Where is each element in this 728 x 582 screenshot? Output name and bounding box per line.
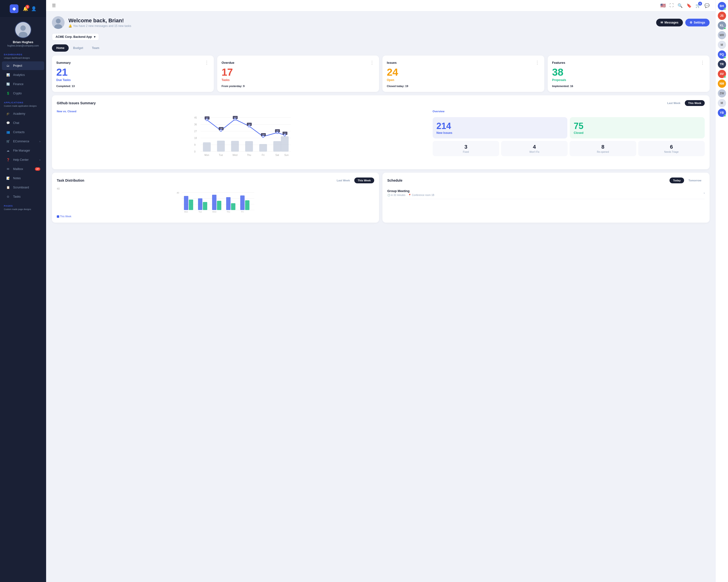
- online-indicator-0: [724, 8, 726, 10]
- project-selector[interactable]: ACME Corp. Backend App ▾: [52, 33, 99, 40]
- menu-icon[interactable]: ☰: [52, 3, 56, 8]
- right-avatar-9[interactable]: ZW: [718, 89, 726, 98]
- summary-card-title: Summary: [56, 61, 71, 64]
- right-avatar-3[interactable]: MR: [718, 31, 726, 39]
- right-avatar-10[interactable]: M: [718, 99, 726, 107]
- sidebar-label-mailbox: Mailbox: [13, 167, 23, 171]
- sidebar-item-scrumboard[interactable]: 📋 Scrumboard: [2, 183, 44, 192]
- notification-bell[interactable]: 🔔 3: [23, 6, 28, 11]
- chat-topnav-icon[interactable]: 💬: [704, 3, 709, 8]
- task-dist-svg: 40 Mon Tu: [57, 191, 374, 213]
- right-avatar-11[interactable]: YB: [718, 109, 726, 117]
- task-last-week-btn[interactable]: Last Week: [333, 177, 353, 183]
- svg-rect-22: [259, 144, 267, 151]
- sidebar-item-project[interactable]: 🗂 Project: [2, 61, 44, 70]
- right-avatar-8[interactable]: NM: [718, 80, 726, 88]
- summary-card-menu-icon[interactable]: ⋮: [205, 60, 209, 65]
- sidebar-label-project: Project: [13, 64, 22, 67]
- messages-button[interactable]: ✉ Messages: [656, 19, 683, 26]
- topnav: ☰ 🇺🇸 ⛶ 🔍 🔖 🛒 5 💬: [46, 0, 716, 11]
- svg-text:Fri: Fri: [241, 211, 244, 213]
- app-logo[interactable]: ◆: [10, 4, 19, 13]
- task-dist-header: Task Distribution Last Week This Week: [57, 177, 374, 183]
- sidebar-item-analytics[interactable]: 📊 Analytics: [2, 71, 44, 79]
- right-avatar-5[interactable]: PQ: [718, 51, 726, 59]
- schedule-today-btn[interactable]: Today: [670, 177, 684, 183]
- sidebar-item-mailbox[interactable]: ✉ Mailbox 27: [2, 165, 44, 173]
- flag-icon[interactable]: 🇺🇸: [660, 3, 666, 8]
- sidebar-label-contacts: Contacts: [13, 131, 25, 134]
- github-section: Github Issues Summary Last Week This Wee…: [52, 95, 709, 169]
- chat-icon: 💬: [6, 121, 10, 125]
- github-toggle-group: Last Week This Week: [664, 100, 705, 106]
- right-avatar-1[interactable]: JS: [718, 11, 726, 20]
- stat-fixed-label: Fixed: [463, 150, 469, 153]
- stat-reopened: 8 Re-opened: [570, 141, 636, 156]
- sidebar-label-academy: Academy: [13, 112, 25, 115]
- right-avatar-6[interactable]: TR: [718, 60, 726, 68]
- right-avatar-4[interactable]: M: [718, 41, 726, 49]
- welcome-text: Welcome back, Brian! 🔔 You have 2 new me…: [69, 18, 131, 28]
- sidebar-label-tasks: Tasks: [13, 195, 21, 198]
- svg-point-43: [262, 136, 264, 138]
- tab-team[interactable]: Team: [87, 45, 104, 52]
- sidebar-item-helpcenter[interactable]: ❓ Help Center ›: [2, 156, 44, 164]
- bottom-row: Task Distribution Last Week This Week 40…: [52, 173, 709, 223]
- sidebar-item-crypto[interactable]: 💲 Crypto: [2, 89, 44, 98]
- chart-label: New vs. Closed: [57, 110, 428, 113]
- overview-bottom-stats: 3 Fixed 4 Won't Fix 8 Re-opened 6: [433, 141, 705, 156]
- event-info-0: Group Meeting 🕐 in 32 minutes 📍 Conferen…: [387, 189, 434, 196]
- user-profile-section: Brian Hughes hughes.brian@company.com: [0, 17, 46, 50]
- event-arrow-0[interactable]: ›: [704, 191, 705, 195]
- tab-budget[interactable]: Budget: [69, 45, 87, 52]
- right-avatar-7[interactable]: AV: [718, 70, 726, 78]
- schedule-tomorrow-btn[interactable]: Tomorrow: [685, 177, 705, 183]
- overdue-card-menu-icon[interactable]: ⋮: [370, 60, 375, 65]
- issues-card-menu-icon[interactable]: ⋮: [535, 60, 540, 65]
- overdue-card-number: 17: [222, 67, 375, 77]
- event-meta-0: 🕐 in 32 minutes 📍 Conference room 1B: [387, 194, 434, 196]
- sidebar-item-ecommerce[interactable]: 🛒 ECommerce ›: [2, 137, 44, 146]
- overview-label: Overview: [433, 110, 705, 113]
- stat-reopened-label: Re-opened: [597, 150, 609, 153]
- features-card-menu-icon[interactable]: ⋮: [700, 60, 705, 65]
- task-this-week-btn[interactable]: This Week: [354, 177, 374, 183]
- online-indicator-2: [724, 27, 726, 29]
- fullscreen-icon[interactable]: ⛶: [670, 3, 674, 8]
- task-dist-chart: 40: [57, 187, 374, 191]
- right-avatar-2[interactable]: KL: [718, 21, 726, 30]
- filemanager-icon: ☁: [6, 148, 10, 153]
- sidebar-item-filemanager[interactable]: ☁ File Manager: [2, 146, 44, 155]
- sidebar-item-chat[interactable]: 💬 Chat: [2, 118, 44, 127]
- github-this-week-btn[interactable]: This Week: [685, 100, 705, 106]
- sidebar-item-contacts[interactable]: 👥 Contacts: [2, 128, 44, 137]
- user-circle-icon[interactable]: 👤: [31, 6, 36, 11]
- helpcenter-arrow-icon: ›: [40, 159, 40, 161]
- svg-rect-59: [189, 200, 193, 210]
- svg-rect-58: [184, 196, 188, 210]
- settings-button[interactable]: ⚙ Settings: [685, 19, 709, 26]
- sidebar-item-finance[interactable]: 🔄 Finance: [2, 80, 44, 88]
- sidebar-item-tasks[interactable]: ⊙ Tasks: [2, 192, 44, 201]
- mailbox-badge: 27: [35, 167, 40, 171]
- task-dist-title: Task Distribution: [57, 178, 84, 182]
- sidebar-item-notes[interactable]: 📝 Notes: [2, 174, 44, 183]
- online-indicator-7: [724, 76, 726, 78]
- tab-home[interactable]: Home: [52, 45, 69, 52]
- welcome-avatar: [52, 16, 64, 29]
- features-card-label: Proposals: [552, 78, 705, 82]
- right-avatar-0[interactable]: BH: [718, 2, 726, 10]
- github-last-week-btn[interactable]: Last Week: [664, 100, 684, 106]
- svg-text:0: 0: [194, 150, 196, 153]
- applications-section-sub: Custom made application designs: [0, 105, 46, 109]
- svg-text:Wed: Wed: [232, 154, 237, 157]
- github-section-title: Github Issues Summary: [57, 101, 96, 105]
- bookmark-icon[interactable]: 🔖: [686, 3, 692, 8]
- svg-rect-21: [245, 141, 253, 151]
- sidebar-label-chat: Chat: [13, 121, 19, 124]
- search-icon[interactable]: 🔍: [678, 3, 683, 8]
- sidebar-item-academy[interactable]: 🎓 Academy: [2, 109, 44, 118]
- cart-icon[interactable]: 🛒 5: [696, 3, 701, 8]
- ecommerce-arrow-icon: ›: [40, 140, 40, 143]
- scrumboard-icon: 📋: [6, 185, 10, 190]
